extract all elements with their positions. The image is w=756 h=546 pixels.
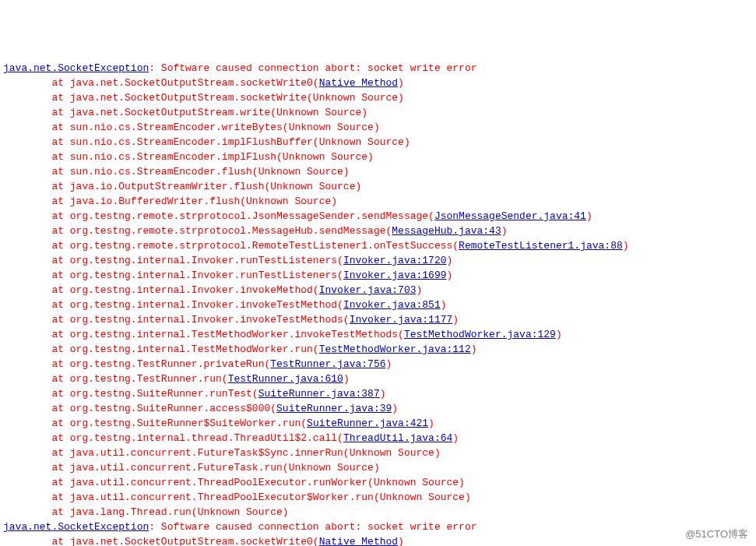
stack-frame-suffix: ) (452, 314, 459, 326)
stack-frame-suffix: ) (343, 373, 350, 385)
source-link[interactable]: Invoker.java:703 (319, 284, 417, 296)
stack-frame-suffix: ) (471, 343, 477, 355)
stack-frame-text: at org.testng.internal.TestMethodWorker.… (3, 329, 404, 340)
stack-frame-text: at java.net.SocketOutputStream.write(Unk… (3, 107, 367, 118)
stack-frame-text: at org.testng.remote.strprotocol.JsonMes… (3, 210, 434, 222)
stack-frame-text: at java.lang.Thread.run(Unknown Source) (3, 506, 289, 518)
stack-frame-suffix: ) (447, 255, 453, 266)
stack-frame: at org.testng.remote.strprotocol.RemoteT… (3, 238, 753, 253)
stack-frame-text: at org.testng.internal.Invoker.invokeTes… (3, 314, 350, 326)
stack-frame: at java.net.SocketOutputStream.socketWri… (3, 76, 753, 90)
stack-frame-text: at sun.nio.cs.StreamEncoder.implFlush(Un… (3, 151, 374, 163)
stack-frame: at org.testng.remote.strprotocol.Message… (3, 224, 753, 238)
exception-message: : Software caused connection abort: sock… (149, 521, 476, 533)
stack-frame-suffix: ) (556, 329, 562, 340)
stack-frame-suffix: ) (441, 299, 447, 311)
source-link[interactable]: JsonMessageSender.java:41 (434, 210, 586, 222)
source-link[interactable]: TestMethodWorker.java:112 (319, 343, 471, 355)
exception-class-link[interactable]: java.net.SocketException (3, 62, 149, 74)
stack-frame-suffix: ) (392, 403, 398, 414)
source-link[interactable]: SuiteRunner.java:421 (307, 417, 428, 429)
source-link[interactable]: Invoker.java:851 (343, 299, 441, 311)
stack-frame-text: at org.testng.internal.thread.ThreadUtil… (3, 432, 343, 444)
stack-frame-suffix: ) (386, 358, 392, 370)
stack-frame: at org.testng.internal.Invoker.invokeTes… (3, 312, 753, 327)
stack-frame-text: at sun.nio.cs.StreamEncoder.writeBytes(U… (3, 122, 380, 133)
source-link[interactable]: ThreadUtil.java:64 (343, 432, 452, 444)
stack-frame-suffix: ) (501, 225, 508, 237)
exception-message: : Software caused connection abort: sock… (149, 62, 476, 74)
stack-frame: at org.testng.SuiteRunner$SuiteWorker.ru… (3, 416, 753, 431)
stack-frame-text: at java.util.concurrent.ThreadPoolExecut… (3, 477, 465, 488)
stack-frame: at org.testng.internal.TestMethodWorker.… (3, 327, 753, 342)
stack-frame: at java.io.BufferedWriter.flush(Unknown … (3, 194, 753, 209)
stack-trace: java.net.SocketException: Software cause… (3, 61, 753, 546)
stack-frame: at org.testng.internal.Invoker.runTestLi… (3, 253, 753, 268)
source-link[interactable]: RemoteTestListener1.java:88 (459, 240, 623, 252)
stack-frame: at org.testng.SuiteRunner.runTest(SuiteR… (3, 386, 753, 401)
stack-frame-text: at org.testng.internal.Invoker.runTestLi… (3, 269, 343, 281)
source-link[interactable]: SuiteRunner.java:387 (258, 388, 380, 400)
stack-frame: at sun.nio.cs.StreamEncoder.writeBytes(U… (3, 120, 753, 135)
stack-frame-text: at org.testng.SuiteRunner.access$000( (3, 403, 276, 414)
stack-frame: at java.net.SocketOutputStream.write(Unk… (3, 105, 753, 120)
stack-frame: at org.testng.internal.thread.ThreadUtil… (3, 431, 753, 446)
stack-frame-text: at org.testng.remote.strprotocol.Message… (3, 225, 392, 237)
stack-frame: at org.testng.SuiteRunner.access$000(Sui… (3, 401, 753, 416)
source-link[interactable]: TestRunner.java:610 (228, 373, 343, 385)
stack-frame-suffix: ) (417, 284, 423, 296)
stack-frame-text: at sun.nio.cs.StreamEncoder.implFlushBuf… (3, 136, 410, 148)
source-link[interactable]: TestMethodWorker.java:129 (404, 329, 556, 340)
stack-frame: at java.net.SocketOutputStream.socketWri… (3, 90, 753, 105)
stack-frame-suffix: ) (586, 210, 592, 222)
stack-frame-suffix: ) (398, 77, 404, 89)
stack-frame-text: at java.net.SocketOutputStream.socketWri… (3, 536, 319, 546)
stack-frame-text: at sun.nio.cs.StreamEncoder.flush(Unknow… (3, 166, 350, 178)
stack-frame: at sun.nio.cs.StreamEncoder.flush(Unknow… (3, 164, 753, 179)
source-link[interactable]: TestRunner.java:756 (270, 358, 385, 370)
stack-frame: at org.testng.TestRunner.run(TestRunner.… (3, 372, 753, 386)
exception-line: java.net.SocketException: Software cause… (3, 520, 753, 534)
exception-class-link[interactable]: java.net.SocketException (3, 521, 149, 533)
stack-frame: at java.io.OutputStreamWriter.flush(Unkn… (3, 179, 753, 194)
stack-frame-text: at org.testng.SuiteRunner.runTest( (3, 388, 258, 400)
stack-frame-text: at java.net.SocketOutputStream.socketWri… (3, 77, 319, 89)
stack-frame: at sun.nio.cs.StreamEncoder.implFlushBuf… (3, 135, 753, 150)
stack-frame: at java.net.SocketOutputStream.socketWri… (3, 534, 753, 546)
stack-frame-text: at org.testng.internal.Invoker.invokeMet… (3, 284, 319, 296)
stack-frame-text: at java.util.concurrent.ThreadPoolExecut… (3, 491, 471, 503)
stack-frame-text: at org.testng.TestRunner.privateRun( (3, 358, 270, 370)
stack-frame-text: at java.io.BufferedWriter.flush(Unknown … (3, 196, 337, 207)
stack-frame: at java.lang.Thread.run(Unknown Source) (3, 505, 753, 520)
stack-frame-suffix: ) (428, 417, 434, 429)
stack-frame-text: at org.testng.internal.TestMethodWorker.… (3, 343, 319, 355)
stack-frame: at sun.nio.cs.StreamEncoder.implFlush(Un… (3, 150, 753, 164)
stack-frame-text: at java.io.OutputStreamWriter.flush(Unkn… (3, 181, 361, 192)
stack-frame-suffix: ) (452, 432, 459, 444)
stack-frame: at org.testng.internal.TestMethodWorker.… (3, 342, 753, 357)
source-link[interactable]: Native Method (319, 536, 398, 546)
stack-frame-suffix: ) (380, 388, 386, 400)
source-link[interactable]: Invoker.java:1177 (350, 314, 453, 326)
source-link[interactable]: Invoker.java:1720 (343, 255, 447, 266)
source-link[interactable]: MessageHub.java:43 (392, 225, 501, 237)
stack-frame-text: at org.testng.remote.strprotocol.RemoteT… (3, 240, 459, 252)
stack-frame: at java.util.concurrent.FutureTask.run(U… (3, 460, 753, 475)
stack-frame-text: at java.util.concurrent.FutureTask.run(U… (3, 462, 380, 474)
stack-frame-text: at org.testng.TestRunner.run( (3, 373, 228, 385)
stack-frame-text: at org.testng.internal.Invoker.runTestLi… (3, 255, 343, 266)
stack-frame-suffix: ) (623, 240, 629, 252)
stack-frame: at java.util.concurrent.FutureTask$Sync.… (3, 446, 753, 460)
stack-frame: at java.util.concurrent.ThreadPoolExecut… (3, 490, 753, 505)
source-link[interactable]: Invoker.java:1699 (343, 269, 447, 281)
source-link[interactable]: Native Method (319, 77, 398, 89)
stack-frame-suffix: ) (398, 536, 404, 546)
stack-frame: at org.testng.remote.strprotocol.JsonMes… (3, 209, 753, 224)
stack-frame-text: at org.testng.internal.Invoker.invokeTes… (3, 299, 343, 311)
stack-frame: at org.testng.internal.Invoker.runTestLi… (3, 268, 753, 283)
stack-frame-text: at java.net.SocketOutputStream.socketWri… (3, 92, 404, 104)
stack-frame: at java.util.concurrent.ThreadPoolExecut… (3, 475, 753, 490)
stack-frame: at org.testng.TestRunner.privateRun(Test… (3, 357, 753, 372)
source-link[interactable]: SuiteRunner.java:39 (276, 403, 392, 414)
stack-frame-suffix: ) (447, 269, 453, 281)
